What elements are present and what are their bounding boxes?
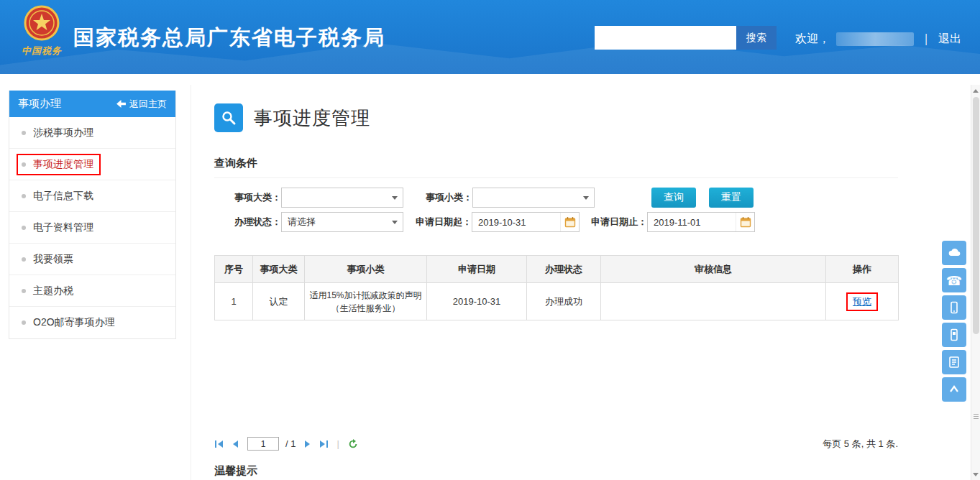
first-page-button[interactable] <box>214 439 224 449</box>
pagination-summary: 每页 5 条, 共 1 条. <box>823 438 898 451</box>
scrollbar-grip <box>974 414 979 420</box>
cell-status: 办理成功 <box>527 283 601 320</box>
chevron-down-icon <box>583 196 589 200</box>
col-action: 操作 <box>826 256 899 283</box>
app-title: 国家税务总局广东省电子税务局 <box>73 24 385 52</box>
reset-button[interactable]: 重置 <box>709 188 754 208</box>
scrollbar-thumb[interactable] <box>973 97 979 334</box>
search-button[interactable]: 搜索 <box>736 26 777 50</box>
page-title-block: 事项进度管理 <box>214 103 370 132</box>
page-title: 事项进度管理 <box>254 106 370 131</box>
chevron-down-icon <box>392 221 398 224</box>
header-search: 搜索 <box>595 26 777 50</box>
col-minor: 事项小类 <box>305 256 427 283</box>
user-divider: ｜ <box>920 32 932 47</box>
mobile-site-icon[interactable] <box>942 323 966 347</box>
col-seq: 序号 <box>215 256 253 283</box>
sidebar-item-theme-tax[interactable]: 主题办税 <box>9 275 175 307</box>
date-from-field <box>472 212 580 232</box>
last-page-button[interactable] <box>319 439 329 449</box>
preview-link[interactable]: 预览 <box>853 296 871 307</box>
calendar-icon[interactable] <box>560 213 579 231</box>
prev-page-button[interactable] <box>231 439 241 449</box>
app-header: 中国税务 国家税务总局广东省电子税务局 搜索 欢迎， ｜ 退出 <box>0 0 980 74</box>
bullet-icon <box>22 131 26 135</box>
query-form-row-2: 办理状态： 请选择 申请日期起： 申请日期止： <box>214 212 755 232</box>
query-section-title: 查询条件 <box>214 157 898 178</box>
cell-major: 认定 <box>253 283 305 320</box>
cloud-service-icon[interactable] <box>942 241 966 265</box>
bullet-icon <box>22 289 26 293</box>
table-row: 1 认定 适用15%加计抵减政策的声明（生活性服务业） 2019-10-31 办… <box>215 283 899 320</box>
next-page-button[interactable] <box>302 439 312 449</box>
cell-audit <box>601 283 826 320</box>
table-header-row: 序号 事项大类 事项小类 申请日期 办理状态 审核信息 操作 <box>215 256 899 283</box>
col-status: 办理状态 <box>527 256 601 283</box>
sidebar-item-einfo-download[interactable]: 电子信息下载 <box>9 180 175 212</box>
logo-caption: 中国税务 <box>14 45 69 57</box>
query-button[interactable]: 查询 <box>651 188 696 208</box>
refresh-icon[interactable] <box>347 438 359 450</box>
chevron-down-icon <box>392 196 398 200</box>
back-arrow-icon <box>116 100 126 108</box>
status-select[interactable]: 请选择 <box>281 212 403 232</box>
date-to-label: 申请日期止： <box>585 216 647 229</box>
page-number-input[interactable] <box>247 437 279 451</box>
tips-title: 温馨提示 <box>214 464 257 478</box>
sidebar-item-progress-management[interactable]: 事项进度管理 <box>9 149 175 180</box>
status-label: 办理状态： <box>224 216 281 229</box>
cell-minor: 适用15%加计抵减政策的声明（生活性服务业） <box>305 283 427 320</box>
query-form-row-1: 事项大类： 事项小类： 查询 重置 <box>214 188 754 208</box>
search-input[interactable] <box>595 26 736 50</box>
status-selected-value: 请选择 <box>288 216 316 227</box>
pagination-bar: / 1 | 每页 5 条, 共 1 条. <box>214 437 898 451</box>
calendar-icon[interactable] <box>736 213 754 231</box>
welcome-text: 欢迎， <box>795 32 830 47</box>
major-category-select[interactable] <box>281 188 403 208</box>
major-category-label: 事项大类： <box>224 191 281 204</box>
red-highlight-box: 事项进度管理 <box>17 154 101 175</box>
back-to-top-icon[interactable] <box>942 377 966 402</box>
scroll-up-arrow[interactable] <box>971 86 980 96</box>
feedback-icon[interactable] <box>942 350 966 374</box>
page-scrollbar <box>971 85 980 480</box>
hotline-icon[interactable]: ☎ <box>942 268 966 292</box>
col-audit: 审核信息 <box>601 256 826 283</box>
bullet-icon <box>22 320 26 325</box>
sidebar: 事项办理 返回主页 涉税事项办理 事项进度管理 电子信息下载 电子资料管理 我要… <box>9 91 176 339</box>
back-home-label: 返回主页 <box>129 98 167 111</box>
date-to-field <box>647 212 755 232</box>
sidebar-item-edoc-management[interactable]: 电子资料管理 <box>9 212 175 244</box>
bullet-icon <box>22 226 26 230</box>
floating-toolbar: ☎ <box>942 241 966 402</box>
cell-seq: 1 <box>215 283 253 320</box>
bullet-icon <box>22 194 26 198</box>
cell-date: 2019-10-31 <box>427 283 527 320</box>
date-from-label: 申请日期起： <box>407 216 472 229</box>
tax-bureau-logo: 中国税务 <box>14 5 69 57</box>
national-emblem-icon <box>24 5 60 41</box>
sidebar-item-o2o-mail[interactable]: O2O邮寄事项办理 <box>9 307 175 338</box>
bullet-icon <box>22 257 26 262</box>
bullet-icon <box>22 162 26 167</box>
results-table: 序号 事项大类 事项小类 申请日期 办理状态 审核信息 操作 1 认定 适用15… <box>214 255 899 320</box>
username-redacted <box>836 32 914 46</box>
cell-action: 预览 <box>826 283 899 320</box>
magnifier-icon <box>214 103 243 132</box>
sidebar-title: 事项办理 <box>18 97 61 111</box>
back-home-link[interactable]: 返回主页 <box>116 98 167 111</box>
sidebar-header: 事项办理 返回主页 <box>9 91 175 117</box>
col-date: 申请日期 <box>427 256 527 283</box>
mobile-app-icon[interactable] <box>942 295 966 320</box>
minor-category-label: 事项小类： <box>415 191 472 204</box>
red-highlight-box: 预览 <box>846 292 878 311</box>
logout-link[interactable]: 退出 <box>938 32 961 47</box>
user-area: 欢迎， ｜ 退出 <box>795 32 961 47</box>
pager-divider: | <box>336 438 339 449</box>
sidebar-item-invoice-collection[interactable]: 我要领票 <box>9 244 175 275</box>
sidebar-item-tax-matters[interactable]: 涉税事项办理 <box>9 117 175 149</box>
minor-category-select[interactable] <box>472 188 595 208</box>
page-total-label: / 1 <box>285 438 296 449</box>
scroll-down-arrow[interactable] <box>971 469 980 479</box>
main-content: 事项进度管理 查询条件 事项大类： 事项小类： 查询 重置 办理状态： 请选择 … <box>191 85 899 480</box>
